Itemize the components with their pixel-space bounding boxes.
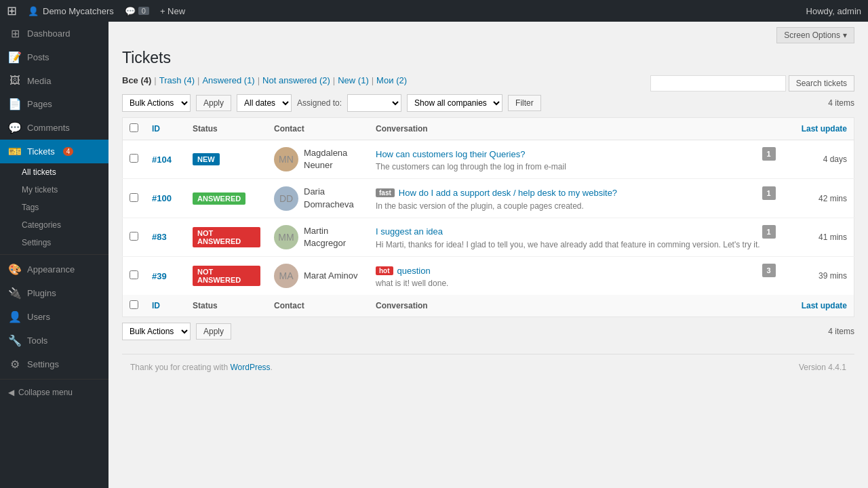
reply-count-badge: 1 — [762, 225, 776, 239]
ticket-id-cell[interactable]: #83 — [145, 218, 186, 256]
sidebar-item-plugins[interactable]: 🔌 Plugins — [0, 281, 108, 305]
row-checkbox-cell[interactable] — [123, 140, 146, 179]
bulk-actions-top-select[interactable]: Bulk Actions Delete — [122, 94, 191, 112]
date-filter-select[interactable]: All dates — [237, 94, 292, 112]
reply-count-badge: 1 — [762, 186, 776, 200]
ticket-status-cell: ANSWERED — [186, 179, 267, 218]
sidebar-item-label: Dashboard — [27, 28, 71, 39]
status-badge: NOT ANSWERED — [193, 266, 260, 286]
filter-all-link[interactable]: Все (4) — [122, 75, 151, 85]
ticket-status-cell: NOT ANSWERED — [186, 257, 267, 296]
ticket-contact-cell: MN Magdalena Neuner — [267, 140, 369, 179]
sidebar-item-posts[interactable]: 📝 Posts — [0, 45, 108, 69]
sidebar-item-appearance[interactable]: 🎨 Appearance — [0, 258, 108, 281]
collapse-menu-button[interactable]: ◀ Collapse menu — [0, 382, 108, 403]
sidebar-item-users[interactable]: 👤 Users — [0, 305, 108, 329]
select-all-header[interactable] — [123, 118, 146, 140]
sidebar-item-tools[interactable]: 🔧 Tools — [0, 329, 108, 352]
sidebar-item-ticket-settings[interactable]: Settings — [0, 234, 108, 251]
filter-mou-link[interactable]: Мои (2) — [376, 75, 407, 85]
apply-bottom-button[interactable]: Apply — [196, 323, 231, 340]
sidebar-item-settings[interactable]: ⚙ Settings — [0, 352, 108, 376]
admin-bar: ⊞ 👤 Demo Mycatchers 💬 0 + New Howdy, adm… — [0, 0, 868, 22]
conversation-preview: what is it! well done. — [376, 279, 780, 288]
sidebar-item-label: Tickets — [27, 146, 55, 157]
conv-tag-fast: fast — [376, 188, 395, 197]
table-row: #83 NOT ANSWERED MM Martin Macgregor — [123, 218, 854, 256]
row-checkbox-cell[interactable] — [123, 257, 146, 296]
site-name[interactable]: 👤 Demo Mycatchers — [28, 6, 114, 16]
sidebar-item-pages[interactable]: 📄 Pages — [0, 92, 108, 116]
main-content: Screen Options ▾ Tickets Search tickets … — [108, 22, 868, 488]
row-checkbox-cell[interactable] — [123, 218, 146, 256]
col-id-header[interactable]: ID — [145, 118, 186, 140]
ticket-contact-cell: MA Marat Aminov — [267, 257, 369, 296]
filter-answered-link[interactable]: Answered (1) — [202, 75, 254, 85]
apply-top-button[interactable]: Apply — [196, 95, 231, 111]
page-title: Tickets — [122, 49, 854, 67]
comments-link[interactable]: 💬 0 — [125, 6, 149, 16]
col-lastupdate-footer[interactable]: Last update — [787, 295, 854, 317]
ticket-id-cell[interactable]: #104 — [145, 140, 186, 179]
screen-options-label: Screen Options — [784, 30, 840, 40]
conversation-title-link[interactable]: I suggest an idea — [376, 226, 443, 237]
new-content-link[interactable]: + New — [160, 6, 185, 16]
contact-name: Daria Domracheva — [304, 186, 362, 210]
ticket-id-cell[interactable]: #100 — [145, 179, 186, 218]
screen-options-button[interactable]: Screen Options ▾ — [776, 27, 854, 43]
search-tickets-button[interactable]: Search tickets — [789, 75, 854, 92]
conversation-title-link[interactable]: question — [397, 266, 431, 276]
wp-logo-icon: ⊞ — [7, 3, 17, 18]
filter-links: Все (4) | Trash (4) | Answered (1) | Not… — [122, 75, 650, 85]
row-checkbox-cell[interactable] — [123, 179, 146, 218]
select-all-footer[interactable] — [123, 295, 146, 317]
col-lastupdate-header[interactable]: Last update — [787, 118, 854, 140]
contact-name: Marat Aminov — [304, 270, 357, 282]
admin-site-icon: 👤 — [28, 6, 39, 16]
row-checkbox[interactable] — [130, 232, 138, 241]
ticket-status-cell: NOT ANSWERED — [186, 218, 267, 256]
new-content-label[interactable]: + New — [160, 6, 185, 16]
footer-thank-you: Thank you for creating with WordPress. — [130, 363, 273, 372]
filter-button[interactable]: Filter — [508, 95, 541, 111]
col-contact-footer: Contact — [267, 295, 369, 317]
filter-trash-link[interactable]: Trash (4) — [159, 75, 195, 85]
bulk-actions-bottom-select[interactable]: Bulk Actions Delete — [122, 323, 191, 340]
site-name-link[interactable]: Demo Mycatchers — [43, 6, 114, 16]
contact-name: Magdalena Neuner — [304, 147, 362, 171]
select-all-footer-checkbox[interactable] — [130, 300, 138, 309]
sidebar-item-categories[interactable]: Categories — [0, 216, 108, 234]
settings-icon: ⚙ — [8, 358, 22, 371]
filter-new-link[interactable]: New (1) — [338, 75, 369, 85]
row-checkbox[interactable] — [130, 154, 138, 163]
sidebar-item-label: Tools — [27, 336, 47, 346]
conversation-title-link[interactable]: How do I add a support desk / help desk … — [399, 188, 617, 198]
sidebar-item-tags[interactable]: Tags — [0, 199, 108, 216]
sidebar-item-my-tickets[interactable]: My tickets — [0, 181, 108, 199]
ticket-contact-cell: MM Martin Macgregor — [267, 218, 369, 256]
contact-name: Martin Macgregor — [304, 225, 362, 249]
sidebar-item-comments[interactable]: 💬 Comments — [0, 116, 108, 140]
row-checkbox[interactable] — [130, 270, 138, 279]
comments-icon: 💬 — [125, 6, 136, 16]
footer-wp-link[interactable]: WordPress — [230, 363, 270, 372]
col-id-footer[interactable]: ID — [145, 295, 186, 317]
sidebar-item-media[interactable]: 🖼 Media — [0, 69, 108, 92]
ticket-status-cell: NEW — [186, 140, 267, 179]
company-filter-select[interactable]: Show all companies — [407, 94, 502, 112]
sidebar-item-dashboard[interactable]: ⊞ Dashboard — [0, 22, 108, 45]
select-all-checkbox[interactable] — [130, 123, 138, 132]
ticket-id-cell[interactable]: #39 — [145, 257, 186, 296]
sidebar-item-label: Plugins — [27, 288, 56, 298]
assigned-to-select[interactable] — [347, 94, 401, 112]
search-input[interactable] — [650, 75, 786, 92]
filter-not-answered-link[interactable]: Not answered (2) — [262, 75, 330, 85]
sidebar-item-all-tickets[interactable]: All tickets — [0, 163, 108, 181]
conversation-preview: Hi Marti, thanks for idea! I glad to tel… — [376, 240, 780, 249]
table-row: #100 ANSWERED DD Daria Domracheva — [123, 179, 854, 218]
row-checkbox[interactable] — [130, 193, 138, 202]
sidebar-item-label: Posts — [27, 52, 50, 62]
avatar: MM — [274, 225, 298, 249]
conversation-title-link[interactable]: How can customers log their Queries? — [376, 149, 525, 159]
sidebar-item-tickets[interactable]: 🎫 Tickets 4 — [0, 140, 108, 163]
